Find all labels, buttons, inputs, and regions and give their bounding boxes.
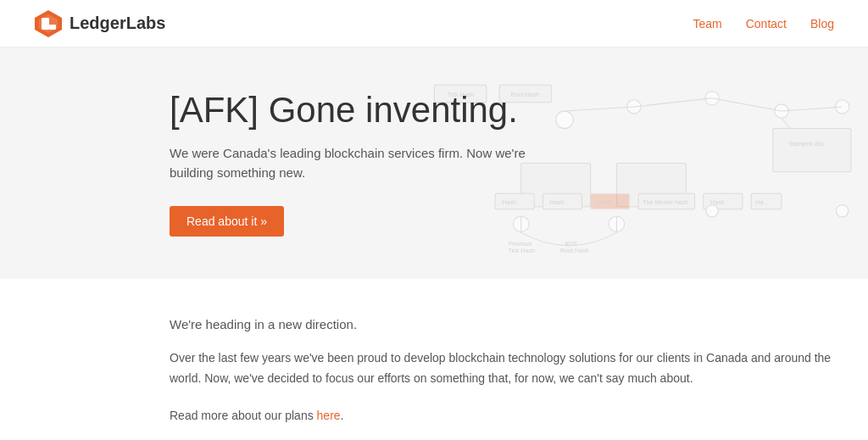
svg-rect-3 [49, 25, 56, 30]
read-more-text: Read more about our plans here. [170, 406, 834, 426]
svg-line-19 [782, 118, 790, 128]
content-heading: We're heading in a new direction. [170, 317, 834, 331]
navbar: LedgerLabs Team Contact Blog [0, 0, 868, 47]
hero-title: [AFK] Gone inventing. [170, 90, 542, 131]
logo[interactable]: LedgerLabs [34, 9, 165, 38]
here-link[interactable]: here [317, 409, 341, 422]
nav-team[interactable]: Team [693, 17, 721, 31]
svg-point-37 [836, 205, 848, 217]
logo-icon [34, 9, 63, 38]
svg-line-16 [782, 107, 843, 111]
content-section: We're heading in a new direction. Over t… [0, 279, 868, 440]
svg-line-14 [634, 98, 712, 107]
read-about-button[interactable]: Read about it » [170, 206, 284, 237]
svg-text:Hash: Hash [598, 199, 612, 206]
hero-subtitle: We were Canada's leading blockchain serv… [170, 144, 542, 182]
svg-rect-2 [42, 18, 49, 30]
svg-text:Ha...: Ha... [755, 199, 768, 206]
svg-rect-17 [772, 129, 850, 172]
svg-point-36 [706, 205, 718, 217]
hero-content: [AFK] Gone inventing. We were Canada's l… [0, 47, 576, 279]
hero-section: Tick Hash Root Hash Stamped doc Hash Has… [0, 47, 868, 279]
nav-blog[interactable]: Blog [810, 17, 834, 31]
nav-contact[interactable]: Contact [746, 17, 787, 31]
svg-line-15 [712, 98, 782, 111]
svg-text:The Merkle hash: The Merkle hash [643, 199, 687, 206]
nav-links: Team Contact Blog [693, 16, 834, 31]
svg-text:Stamped doc: Stamped doc [788, 141, 825, 148]
brand-name: LedgerLabs [70, 14, 165, 33]
content-body: Over the last few years we've been proud… [170, 348, 834, 389]
